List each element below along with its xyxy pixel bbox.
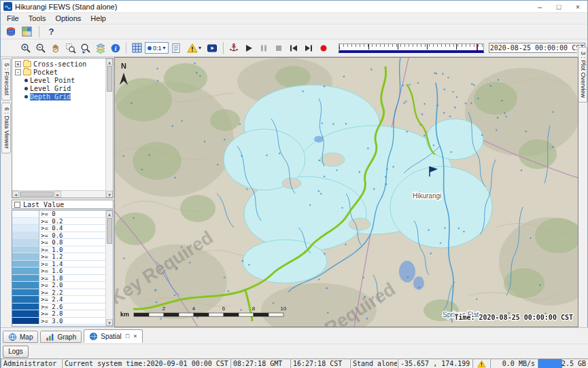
timeline-slider[interactable] xyxy=(339,43,484,53)
minimize-button[interactable]: – xyxy=(530,1,549,12)
legend-vertical-scrollbar[interactable]: ▲ ▼ xyxy=(105,210,113,326)
float-tab-button[interactable]: □ xyxy=(126,333,129,339)
scroll-up-arrow[interactable]: ▲ xyxy=(106,58,113,65)
pan-button[interactable] xyxy=(48,41,63,55)
animation-button[interactable] xyxy=(205,41,220,55)
bottom-tab-bar: Map Graph Spatial □ × xyxy=(1,327,588,344)
menu-file[interactable]: File xyxy=(2,14,24,23)
zoom-out-button[interactable] xyxy=(33,41,48,55)
profile-button[interactable] xyxy=(169,41,184,55)
close-tab-button[interactable]: × xyxy=(133,333,137,339)
tree-item-pocket[interactable]: -Pocket xyxy=(12,68,105,76)
chevron-down-icon: ▾ xyxy=(198,45,201,51)
scroll-thumb[interactable] xyxy=(107,66,112,92)
database-button[interactable] xyxy=(3,25,18,39)
legend-value-label: >= 1.8 xyxy=(39,275,105,282)
zoom-extent-button[interactable] xyxy=(63,41,77,55)
tree-item-depth-grid[interactable]: Depth Grid xyxy=(12,92,105,100)
record-button[interactable] xyxy=(317,41,331,55)
menu-options[interactable]: Options xyxy=(50,14,86,23)
step-forward-icon xyxy=(303,43,314,54)
globe-icon xyxy=(8,333,17,342)
legend-table: >= 0>= 0.2>= 0.4>= 0.6>= 0.8>= 1.0>= 1.2… xyxy=(12,210,105,326)
scale-tick-label: 2 xyxy=(162,306,166,312)
tab-map[interactable]: Map xyxy=(3,331,38,343)
status-local-time: 16:27:18 CST xyxy=(290,358,350,368)
legend-row: >= 1.2 xyxy=(12,253,105,261)
step-back-button[interactable] xyxy=(287,41,301,55)
tree-expander[interactable]: + xyxy=(15,61,21,67)
tab-spatial[interactable]: Spatial □ × xyxy=(84,329,142,343)
legend-panel: >= 0>= 0.2>= 0.4>= 0.6>= 0.8>= 1.0>= 1.2… xyxy=(12,210,114,327)
info-button[interactable]: i xyxy=(108,41,122,55)
tree-item-cross-section[interactable]: +Cross-section xyxy=(12,60,105,68)
tree-item-level-grid[interactable]: Level Grid xyxy=(12,84,105,92)
stop-button[interactable] xyxy=(272,41,286,55)
interval-combo[interactable]: 0:1 ▾ xyxy=(145,42,169,54)
toolbar-separator xyxy=(126,42,126,54)
legend-value-label: >= 1.4 xyxy=(39,261,105,268)
tab-plot-overview[interactable]: 3 : Plot Overview xyxy=(578,47,587,103)
tree-item-label: Depth Grid xyxy=(30,93,71,100)
scroll-down-arrow[interactable]: ▼ xyxy=(106,191,113,198)
legend-value-label: >= 2.8 xyxy=(39,310,105,317)
logs-button[interactable]: Logs xyxy=(3,346,29,358)
legend-row: >= 3.0 xyxy=(12,318,105,325)
status-system-time: Current system time:2020-09-01 00:00 CST xyxy=(62,358,230,368)
last-value-label: Last Value xyxy=(23,201,64,208)
pause-button[interactable] xyxy=(257,41,271,55)
toolbar-separator xyxy=(39,26,39,37)
legend-row: >= 1.0 xyxy=(12,246,105,254)
layers-icon xyxy=(95,43,106,54)
tab-data-viewer[interactable]: 6 : Data Viewer xyxy=(1,103,11,153)
status-throughput: 0.0 MB/s xyxy=(490,358,538,368)
scale-tick-label: 4 xyxy=(192,306,196,312)
grid-display-button[interactable] xyxy=(130,41,144,55)
tree-vertical-scrollbar[interactable]: ▲ ▼ xyxy=(105,58,113,198)
time-marker[interactable] xyxy=(477,44,478,50)
zoom-region-icon xyxy=(80,43,91,54)
step-forward-button[interactable] xyxy=(302,41,316,55)
last-value-checkbox[interactable] xyxy=(14,202,20,208)
play-button[interactable] xyxy=(242,41,256,55)
maximize-button[interactable]: □ xyxy=(549,1,568,12)
map-view[interactable]: Hikurangi Springs Flat API Key Required … xyxy=(114,57,578,327)
zoom-in-button[interactable] xyxy=(18,41,33,55)
zoom-region-button[interactable] xyxy=(78,41,92,55)
legend-row: >= 2.6 xyxy=(12,303,105,311)
zoom-extent-icon xyxy=(65,43,76,54)
grid-icon xyxy=(132,43,142,53)
current-datetime-box[interactable]: 2020-08-25 00:00:00 CST xyxy=(489,43,585,53)
left-panel: +Cross-section-PocketLevel PointLevel Gr… xyxy=(11,57,114,327)
layers-button[interactable] xyxy=(93,41,107,55)
legend-row: >= 0 xyxy=(12,210,105,218)
tree-item-label: Pocket xyxy=(33,69,58,76)
tree-horizontal-scrollbar[interactable]: ◀ ▶ xyxy=(12,190,105,198)
scroll-thumb[interactable] xyxy=(20,191,54,197)
tree-expander[interactable]: - xyxy=(15,69,21,75)
close-button[interactable]: × xyxy=(568,1,587,12)
scroll-left-arrow[interactable]: ◀ xyxy=(12,191,19,198)
legend-value-label: >= 0.2 xyxy=(39,218,105,225)
scroll-right-arrow[interactable]: ▶ xyxy=(54,191,61,198)
tab-forecast[interactable]: 5 : Forecast xyxy=(1,58,11,100)
scroll-thumb[interactable] xyxy=(107,218,112,244)
menu-help[interactable]: Help xyxy=(86,14,111,23)
tree-item-label: Cross-section xyxy=(33,60,86,68)
help-button[interactable]: ? xyxy=(44,25,58,39)
tree-item-level-point[interactable]: Level Point xyxy=(12,76,105,84)
database-icon xyxy=(5,26,16,37)
map-viewer-button[interactable] xyxy=(20,25,34,39)
scroll-down-arrow[interactable]: ▼ xyxy=(106,319,113,326)
datum-button[interactable] xyxy=(227,41,241,55)
scroll-up-arrow[interactable]: ▲ xyxy=(106,210,113,217)
warning-icon xyxy=(477,360,486,368)
left-tab-strip: 5 : Forecast 6 : Data Viewer xyxy=(1,57,11,327)
status-warning-cell[interactable] xyxy=(472,358,490,368)
map-viewer-icon xyxy=(22,26,32,37)
tab-graph[interactable]: Graph xyxy=(40,331,82,343)
warnings-dropdown-button[interactable]: ▾ xyxy=(184,41,205,55)
tree-item-label: Level Point xyxy=(30,77,75,84)
window-title: Hikurangi FEWS (Stand alone) xyxy=(15,3,117,11)
menu-tools[interactable]: Tools xyxy=(24,14,51,23)
